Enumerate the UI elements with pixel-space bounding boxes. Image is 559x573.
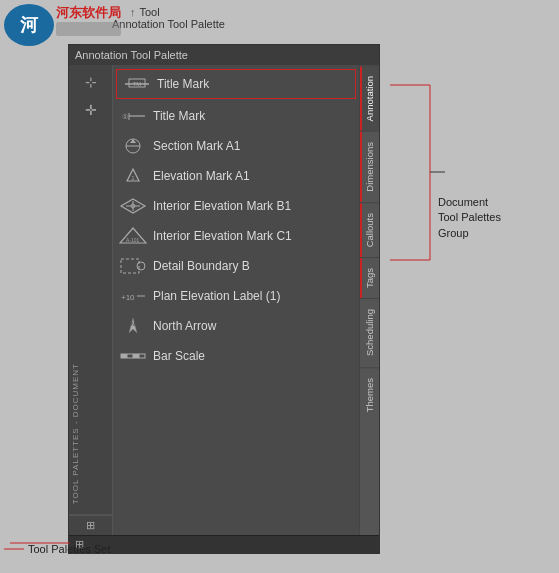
tool-item-north-arrow[interactable]: N North Arrow [113, 311, 359, 341]
tool-item-interior-elevation-c1[interactable]: A-101 Interior Elevation Mark C1 [113, 221, 359, 251]
bar-scale-icon [119, 346, 147, 366]
svg-text:①: ① [122, 113, 128, 120]
tab-themes[interactable]: Themes [360, 367, 379, 422]
palette-panel: Annotation Tool Palette ⊹ ✛ TOOL PALETTE… [68, 44, 380, 554]
tool-item-title-mark-1[interactable]: TM Title Mark [116, 69, 356, 99]
sidebar-spacer [69, 127, 112, 353]
tool-item-label: North Arrow [153, 319, 216, 333]
tool-item-interior-elevation-b1[interactable]: Interior Elevation Mark B1 [113, 191, 359, 221]
tab-callouts[interactable]: Callouts [360, 202, 379, 257]
interior-elev-b-icon [119, 196, 147, 216]
tab-dimensions[interactable]: Dimensions [360, 131, 379, 202]
url-bar-blur [56, 22, 121, 36]
document-tool-palettes-group-label: Document Tool Palettes Group [438, 195, 501, 241]
svg-rect-17 [121, 259, 139, 273]
elevation-mark-icon: 1 [119, 166, 147, 186]
tool-item-label: Detail Boundary B [153, 259, 250, 273]
tooltip-arrow: ↑ [130, 6, 136, 18]
tool-item-title-mark-2[interactable]: ① Title Mark [113, 101, 359, 131]
tool-item-bar-scale[interactable]: Bar Scale [113, 341, 359, 371]
tool-item-label: Bar Scale [153, 349, 205, 363]
interior-elev-c-icon: A-101 [119, 226, 147, 246]
palette-inner: ⊹ ✛ TOOL PALETTES - DOCUMENT ⊞ [69, 65, 379, 535]
svg-rect-28 [121, 354, 127, 358]
left-sidebar: ⊹ ✛ TOOL PALETTES - DOCUMENT ⊞ [69, 65, 113, 535]
palette-title-label: Annotation Tool Palette [112, 18, 225, 30]
sidebar-icons-group: ⊹ ✛ [69, 65, 112, 127]
brand-name: 河东软件局 [56, 4, 121, 22]
pin-icon[interactable]: ✛ [80, 99, 102, 121]
svg-text:A-101: A-101 [126, 237, 140, 243]
tool-list-container: TM Title Mark ① [113, 65, 359, 535]
tab-red-bar [360, 132, 362, 202]
tool-item-section-mark-a1[interactable]: Section Mark A1 [113, 131, 359, 161]
tab-red-bar [360, 258, 362, 298]
tool-list: TM Title Mark ① [113, 65, 359, 535]
sidebar-bottom-icon: ⊞ [69, 515, 112, 535]
tool-item-label: Interior Elevation Mark C1 [153, 229, 292, 243]
move-icon[interactable]: ⊹ [80, 71, 102, 93]
tool-item-label: Section Mark A1 [153, 139, 240, 153]
tab-scheduling[interactable]: Scheduling [360, 298, 379, 366]
svg-text:N: N [131, 321, 135, 327]
tool-item-detail-boundary-b[interactable]: Detail Boundary B [113, 251, 359, 281]
tool-item-label: Interior Elevation Mark B1 [153, 199, 291, 213]
tool-item-label: Title Mark [157, 77, 209, 91]
svg-point-18 [137, 262, 145, 270]
section-mark-icon [119, 136, 147, 156]
tool-item-label: Plan Elevation Label (1) [153, 289, 280, 303]
tab-red-bar [360, 66, 362, 131]
grid-icon[interactable]: ⊞ [86, 519, 95, 532]
tab-tags[interactable]: Tags [360, 257, 379, 298]
north-arrow-icon: N [119, 316, 147, 336]
tooltip-text: Tool [140, 6, 160, 18]
plan-elev-icon: +10 [119, 286, 147, 306]
svg-text:1: 1 [131, 175, 135, 181]
tooltip-bar: ↑ Tool [130, 6, 160, 18]
brand-logo: 河 [4, 4, 54, 46]
tool-item-label: Title Mark [153, 109, 205, 123]
title-mark-icon2: ① [119, 106, 147, 126]
svg-rect-29 [133, 354, 139, 358]
title-mark-icon: TM [123, 74, 151, 94]
sidebar-vertical-label: TOOL PALETTES - DOCUMENT [69, 353, 112, 515]
palette-title-text: Annotation Tool Palette [75, 49, 188, 61]
svg-text:TM: TM [133, 81, 142, 87]
palette-bottom-bar: ⊞ [69, 535, 379, 553]
svg-text:+10: +10 [121, 293, 135, 302]
tool-item-elevation-mark-a1[interactable]: 1 Elevation Mark A1 [113, 161, 359, 191]
tool-palettes-set-label: Tool Palettes Set [4, 543, 111, 555]
right-tabs-panel: Annotation Dimensions Callouts Tags [359, 65, 379, 535]
detail-boundary-icon [119, 256, 147, 276]
tool-item-label: Elevation Mark A1 [153, 169, 250, 183]
palette-title-bar: Annotation Tool Palette [69, 45, 379, 65]
tool-item-plan-elevation-label[interactable]: +10 Plan Elevation Label (1) [113, 281, 359, 311]
tab-annotation[interactable]: Annotation [360, 65, 379, 131]
tab-red-bar [360, 203, 362, 257]
